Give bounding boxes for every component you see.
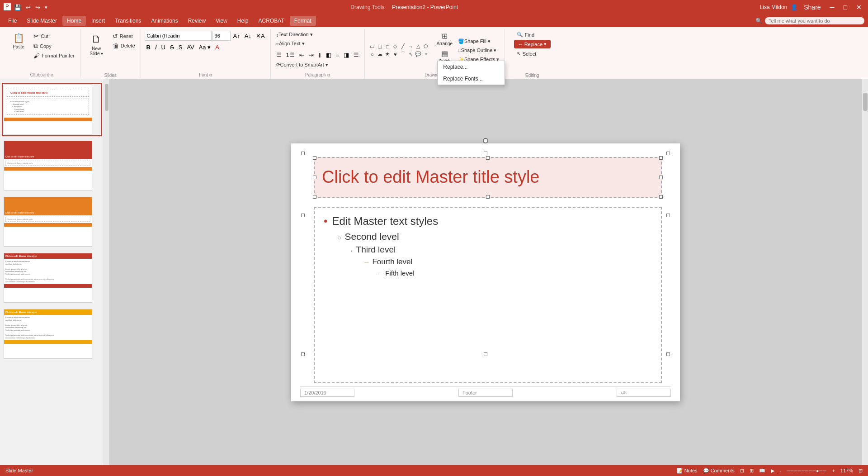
sel-handle-mr-outer[interactable] bbox=[666, 214, 670, 217]
replace-dd-replace[interactable]: Replace... bbox=[438, 61, 505, 73]
title-sel-mr[interactable] bbox=[659, 176, 663, 179]
arrow-shape[interactable]: → bbox=[407, 43, 414, 50]
shape-fill-button[interactable]: 🪣 Shape Fill ▾ bbox=[456, 38, 501, 45]
menu-review[interactable]: Review bbox=[184, 16, 210, 26]
menu-format[interactable]: Format bbox=[290, 16, 316, 26]
reset-button[interactable]: ↺ Reset bbox=[111, 32, 137, 41]
fit-window-button[interactable]: ⊡ bbox=[859, 468, 863, 474]
numbered-list-button[interactable]: 1☰ bbox=[284, 50, 297, 60]
slide-content-box[interactable]: Edit Master text styles Second level Thi… bbox=[314, 207, 662, 383]
heart-shape[interactable]: ♥ bbox=[392, 51, 399, 58]
arc-shape[interactable]: ⌒ bbox=[399, 51, 406, 58]
rounded-rect-shape[interactable]: ▢ bbox=[376, 43, 383, 50]
find-button[interactable]: 🔍 Find bbox=[514, 31, 537, 38]
decrease-indent-button[interactable]: ⇤ bbox=[297, 50, 306, 60]
title-sel-tr[interactable] bbox=[659, 156, 663, 160]
sel-handle-bl-outer[interactable] bbox=[301, 352, 305, 356]
title-sel-tc[interactable] bbox=[486, 156, 490, 160]
window-minimize-button[interactable]: ─ bbox=[827, 4, 837, 11]
ellipse-shape[interactable]: ○ bbox=[368, 51, 376, 58]
title-rotation-handle[interactable] bbox=[483, 138, 488, 143]
menu-acrobat[interactable]: ACROBAT bbox=[254, 16, 289, 26]
underline-button[interactable]: U bbox=[160, 42, 167, 52]
search-input[interactable] bbox=[765, 17, 864, 24]
view-normal-icon[interactable]: ⊡ bbox=[740, 468, 744, 474]
square-shape[interactable]: □ bbox=[384, 43, 391, 50]
sel-handle-tr-outer[interactable] bbox=[666, 152, 670, 155]
bold-button[interactable]: B bbox=[145, 42, 152, 52]
quick-access-save[interactable]: 💾 bbox=[13, 4, 23, 11]
menu-home[interactable]: Home bbox=[62, 16, 86, 26]
menu-animations[interactable]: Animations bbox=[146, 16, 182, 26]
sel-handle-ml-outer[interactable] bbox=[301, 214, 305, 217]
zoom-bar[interactable]: ────────●── bbox=[787, 468, 827, 473]
slide-thumb-2[interactable]: 2 Click to edit Master title style Click… bbox=[2, 139, 102, 192]
menu-help[interactable]: Help bbox=[233, 16, 253, 26]
align-left-button[interactable]: ◧ bbox=[324, 50, 333, 60]
convert-smartart-button[interactable]: ⟳ Convert to SmartArt ▾ bbox=[274, 61, 330, 69]
font-color-button[interactable]: A bbox=[213, 42, 221, 52]
window-restore-button[interactable]: □ bbox=[841, 4, 850, 11]
menu-transitions[interactable]: Transitions bbox=[110, 16, 146, 26]
slide-thumb-1[interactable]: 1 Click to edit Master title style • Edi… bbox=[2, 83, 102, 136]
window-close-button[interactable]: ✕ bbox=[854, 4, 864, 11]
quick-access-undo[interactable]: ↩ bbox=[24, 4, 32, 11]
replace-dd-fonts[interactable]: Replace Fonts... bbox=[438, 73, 505, 85]
callout-shape[interactable]: 💬 bbox=[415, 51, 422, 58]
slide-title-box[interactable]: Click to edit Master title style bbox=[314, 157, 662, 198]
line-shape[interactable]: ╱ bbox=[399, 43, 406, 50]
format-painter-button[interactable]: 🖌 Format Painter bbox=[32, 51, 76, 60]
cut-button[interactable]: ✂ Cut bbox=[32, 32, 76, 41]
increase-indent-button[interactable]: ⇥ bbox=[307, 50, 316, 60]
cloud-shape[interactable]: ☁ bbox=[376, 51, 383, 58]
curve-shape[interactable]: ∿ bbox=[407, 51, 414, 58]
align-right-button[interactable]: ◨ bbox=[342, 50, 351, 60]
title-sel-tl[interactable] bbox=[313, 156, 316, 160]
title-sel-bc[interactable] bbox=[486, 195, 490, 199]
sel-handle-tc-outer[interactable] bbox=[484, 152, 487, 155]
columns-button[interactable]: ⫿ bbox=[316, 50, 323, 60]
rectangle-shape[interactable]: ▭ bbox=[368, 43, 376, 50]
quick-access-customize[interactable]: ▾ bbox=[43, 5, 49, 10]
canvas-scrollbar[interactable] bbox=[862, 79, 868, 465]
arrange-button[interactable]: ⊞ Arrange bbox=[434, 31, 454, 47]
slide-thumb-4[interactable]: 4 Click to edit Master title style Provi… bbox=[2, 251, 102, 305]
zoom-out-button[interactable]: - bbox=[780, 468, 782, 473]
menu-file[interactable]: File bbox=[4, 16, 21, 26]
notes-button[interactable]: 📝 Notes bbox=[677, 468, 698, 474]
shadow-button[interactable]: S bbox=[177, 42, 184, 52]
text-direction-button[interactable]: ↕ Text Direction ▾ bbox=[274, 31, 315, 38]
paste-button[interactable]: 📋 Paste bbox=[7, 31, 30, 49]
font-name-input[interactable] bbox=[145, 31, 212, 41]
shape-outline-button[interactable]: □ Shape Outline ▾ bbox=[456, 47, 501, 54]
new-slide-button[interactable]: 🗋 NewSlide ▾ bbox=[84, 32, 109, 58]
font-size-input[interactable] bbox=[212, 31, 231, 41]
slide-thumb-3[interactable]: 3 Click to edit Master title style Click… bbox=[2, 195, 102, 248]
align-text-button[interactable]: ≡ Align Text ▾ bbox=[274, 40, 307, 48]
change-case-button[interactable]: Aa ▾ bbox=[197, 42, 213, 52]
comments-button[interactable]: 💬 Comments bbox=[703, 468, 735, 474]
menu-slide-master[interactable]: Slide Master bbox=[22, 16, 61, 26]
more-shapes-btn[interactable]: ▾ bbox=[422, 51, 429, 58]
window-share-button[interactable]: Share bbox=[801, 4, 823, 11]
delete-button[interactable]: 🗑 Delete bbox=[111, 41, 137, 50]
slideshow-icon[interactable]: ▶ bbox=[771, 468, 774, 474]
sel-handle-br-outer[interactable] bbox=[666, 352, 670, 356]
align-center-button[interactable]: ≡ bbox=[334, 50, 341, 60]
view-slide-sorter-icon[interactable]: ⊞ bbox=[750, 468, 754, 474]
triangle-shape[interactable]: △ bbox=[415, 43, 422, 50]
slide-panel-scrollbar[interactable] bbox=[104, 79, 109, 465]
menu-insert[interactable]: Insert bbox=[87, 16, 109, 26]
quick-access-redo[interactable]: ↪ bbox=[34, 4, 42, 11]
title-sel-ml[interactable] bbox=[313, 176, 316, 179]
zoom-in-button[interactable]: + bbox=[832, 468, 835, 473]
star-shape[interactable]: ★ bbox=[384, 51, 391, 58]
clear-format-button[interactable]: ✕A bbox=[254, 31, 267, 41]
sel-handle-tl-outer[interactable] bbox=[301, 152, 305, 155]
increase-font-button[interactable]: A↑ bbox=[231, 31, 242, 41]
decrease-font-button[interactable]: A↓ bbox=[243, 31, 253, 41]
strikethrough-button[interactable]: S bbox=[168, 42, 176, 52]
title-sel-bl[interactable] bbox=[313, 195, 316, 199]
menu-view[interactable]: View bbox=[211, 16, 232, 26]
bullet-list-button[interactable]: ☰ bbox=[274, 50, 283, 60]
